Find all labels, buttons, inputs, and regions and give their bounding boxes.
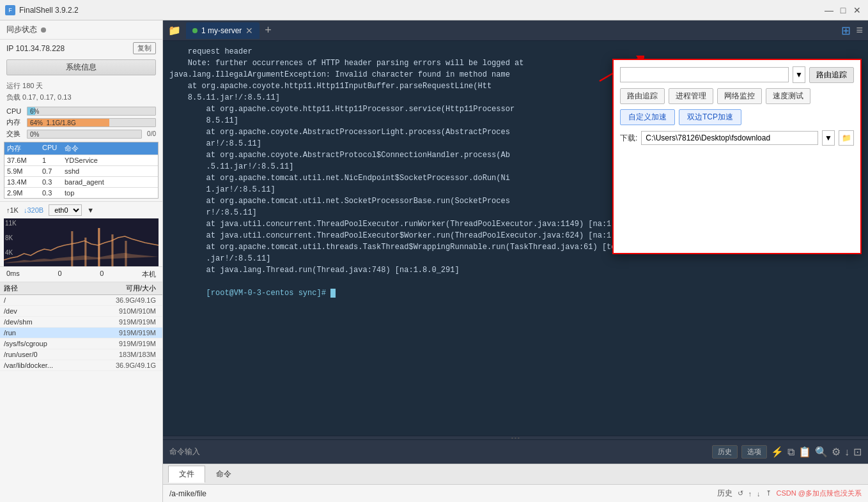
svg-rect-2: [98, 228, 100, 266]
terminal-line: request header: [169, 46, 862, 57]
disk-row[interactable]: /sys/fs/cgroup 919M/919M: [0, 338, 162, 349]
csdn-label: CSDN @多加点辣也没关系: [777, 489, 862, 498]
svg-rect-3: [111, 234, 113, 266]
sync-dot: [41, 27, 46, 33]
swap-pct: 0%: [30, 130, 39, 139]
net-upload: ↑1K: [6, 206, 19, 214]
options-button[interactable]: 选项: [741, 445, 767, 459]
popup-trace-button[interactable]: 路由追踪: [809, 67, 854, 83]
popup-custom-accel-btn[interactable]: 自定义加速: [620, 109, 675, 125]
disk-avail-header: 可用/大小: [126, 284, 159, 293]
disk-row[interactable]: /run/user/0 183M/183M: [0, 349, 162, 360]
cmd-input[interactable]: [205, 448, 707, 457]
minimize-button[interactable]: —: [823, 4, 835, 16]
history-file-btn[interactable]: 历史: [717, 488, 732, 499]
popup-folder-button[interactable]: 📁: [839, 130, 854, 146]
process-row[interactable]: 2.9M 0.3 top: [4, 187, 158, 198]
server-tab[interactable]: 1 my-server ✕: [186, 22, 260, 39]
bottom-tabs: 文件 命令: [163, 464, 868, 484]
popup-download-dropdown[interactable]: ▼: [822, 130, 835, 146]
ip-row: IP 101.34.78.228 复制: [0, 40, 162, 57]
popup-speed-test-btn[interactable]: 速度测试: [766, 88, 810, 104]
search-icon[interactable]: 🔍: [815, 446, 828, 458]
content-area: 📁 1 my-server ✕ + ⊞ ≡ request header Not…: [163, 20, 868, 502]
download-icon[interactable]: ↓: [844, 446, 849, 458]
sysinfo-button[interactable]: 系统信息: [6, 59, 156, 75]
chart-labels: 11K 8K 4K: [5, 220, 17, 256]
up-icon[interactable]: ↑: [748, 490, 752, 498]
process-row[interactable]: 5.9M 0.7 sshd: [4, 165, 158, 176]
tab-close-button[interactable]: ✕: [245, 26, 253, 36]
popup-search-dropdown[interactable]: ▼: [793, 66, 805, 83]
popup-process-btn[interactable]: 进程管理: [669, 88, 713, 104]
ping-val1: 0: [58, 270, 61, 279]
net-download-stat: ↓320B: [24, 206, 43, 214]
history-button[interactable]: 历史: [712, 445, 738, 459]
grid-view-icon[interactable]: ⊞: [841, 24, 851, 38]
maximize-button[interactable]: □: [837, 4, 849, 16]
paste-icon[interactable]: 📋: [798, 446, 811, 458]
disk-row-highlighted[interactable]: /run 919M/919M: [0, 328, 162, 338]
popup-search-input[interactable]: [620, 67, 789, 82]
terminal-prompt-line: [root@VM-0-3-centos sync]#: [169, 276, 862, 310]
process-row[interactable]: 13.4M 0.3 barad_agent: [4, 176, 158, 187]
app-title: FinalShell 3.9.2.2: [19, 6, 823, 15]
cmd-label: 命令输入: [169, 446, 200, 457]
popup-download-path-input[interactable]: [641, 131, 818, 145]
popup-dual-tcp-btn[interactable]: 双边TCP加速: [679, 109, 741, 125]
app-icon: F: [5, 5, 15, 15]
ping-local: 本机: [142, 270, 156, 279]
tab-label: 1 my-server: [201, 26, 242, 35]
copy-ip-button[interactable]: 复制: [133, 42, 156, 54]
upload-icon[interactable]: ⤒: [766, 489, 771, 498]
resource-bars: CPU 6% 内存 64% 1.1G/1.8G 交换 0%: [0, 105, 162, 142]
fullscreen-icon[interactable]: ⊡: [853, 446, 862, 458]
disk-row[interactable]: / 36.9G/49.1G: [0, 295, 162, 306]
disk-row[interactable]: /var/lib/docker... 36.9G/49.1G: [0, 360, 162, 371]
net-chart: 11K 8K 4K: [4, 218, 159, 266]
folder-icon[interactable]: 📁: [168, 24, 181, 36]
mem-row: 内存 64% 1.1G/1.8G: [6, 118, 156, 127]
download-file-icon[interactable]: ↓: [757, 490, 761, 498]
process-header: 内存 CPU 命令: [4, 142, 158, 155]
ping-stats: 0ms 0 0 本机: [0, 266, 162, 282]
cmd-input-bar: 命令输入 历史 选项 ⚡ ⧉ 📋 🔍 ⚙ ↓ ⊡: [163, 439, 868, 464]
sync-label: 同步状态: [6, 24, 37, 35]
file-path-right: 历史 ↺ ↑ ↓ ⤒ CSDN @多加点辣也没关系: [717, 488, 862, 499]
refresh-icon[interactable]: ↺: [738, 489, 743, 498]
popup-content-area: [620, 151, 854, 247]
popup-route-trace-btn[interactable]: 路由追踪: [620, 88, 665, 104]
popup-network-monitor-btn[interactable]: 网络监控: [717, 88, 762, 104]
sidebar: 同步状态 IP 101.34.78.228 复制 系统信息 运行 180 天 负…: [0, 20, 163, 502]
ping-val2: 0: [100, 270, 104, 279]
tab-bar: 📁 1 my-server ✕ + ⊞ ≡: [163, 20, 868, 41]
overlay-popup: ▼ 路由追踪 路由追踪 进程管理 网络监控 速度测试 自定义加速 双边TCP加速…: [612, 59, 862, 254]
copy-icon[interactable]: ⧉: [787, 446, 794, 458]
process-row[interactable]: 37.6M 1 YDService: [4, 155, 158, 165]
disk-row[interactable]: /dev 910M/910M: [0, 306, 162, 317]
run-info: 运行 180 天 负载 0.17, 0.17, 0.13: [0, 78, 162, 105]
tab-commands[interactable]: 命令: [205, 466, 242, 483]
disk-path-header: 路径: [4, 284, 126, 293]
net-interface-select[interactable]: eth0: [49, 204, 82, 216]
tab-files[interactable]: 文件: [168, 466, 205, 483]
main-layout: 同步状态 IP 101.34.78.228 复制 系统信息 运行 180 天 负…: [0, 20, 868, 502]
lightning-icon[interactable]: ⚡: [771, 446, 784, 458]
process-table: 内存 CPU 命令 37.6M 1 YDService 5.9M 0.7 ssh…: [4, 142, 159, 199]
file-path-input[interactable]: [169, 489, 712, 498]
terminal-line: at java.lang.Thread.run(Thread.java:748)…: [169, 264, 862, 276]
close-button[interactable]: ✕: [851, 4, 863, 16]
settings-icon[interactable]: ⚙: [832, 446, 841, 458]
mem-label: 内存: [6, 118, 24, 127]
tab-menu-icon[interactable]: ≡: [856, 24, 863, 37]
cpu-bar: 6%: [27, 107, 156, 116]
new-tab-button[interactable]: +: [265, 24, 272, 37]
terminal-cursor: [330, 289, 336, 298]
popup-search-row: ▼ 路由追踪: [620, 66, 854, 83]
tab-status-dot: [192, 28, 198, 33]
swap-bar: 0%: [27, 130, 142, 139]
file-path-bar: 历史 ↺ ↑ ↓ ⤒ CSDN @多加点辣也没关系: [163, 484, 868, 502]
disk-row[interactable]: /dev/shm 919M/919M: [0, 317, 162, 328]
cpu-pct: 6%: [30, 107, 39, 116]
ph-cmd: 命令: [62, 142, 158, 155]
